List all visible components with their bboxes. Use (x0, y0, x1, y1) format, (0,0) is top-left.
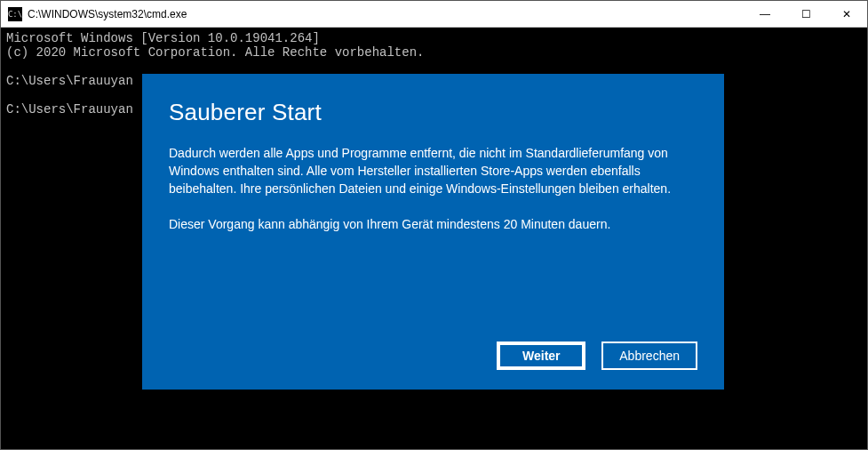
maximize-icon: ☐ (801, 8, 811, 20)
minimize-icon: — (760, 8, 770, 20)
dialog-title: Sauberer Start (169, 99, 697, 126)
dialog-body: Dadurch werden alle Apps und Programme e… (169, 144, 697, 233)
fresh-start-dialog: Sauberer Start Dadurch werden alle Apps … (142, 74, 724, 390)
dialog-paragraph-2: Dieser Vorgang kann abhängig von Ihrem G… (169, 215, 697, 233)
cmd-window: C:\ C:\WINDOWS\system32\cmd.exe — ☐ ✕ Mi… (0, 0, 868, 450)
close-icon: ✕ (842, 8, 851, 20)
cmd-icon: C:\ (8, 7, 22, 21)
minimize-button[interactable]: — (745, 1, 785, 28)
cancel-button[interactable]: Abbrechen (601, 342, 697, 370)
window-title: C:\WINDOWS\system32\cmd.exe (28, 8, 187, 20)
maximize-button[interactable]: ☐ (785, 1, 826, 28)
close-button[interactable]: ✕ (826, 1, 867, 28)
dialog-footer: Weiter Abbrechen (169, 333, 697, 370)
dialog-paragraph-1: Dadurch werden alle Apps und Programme e… (169, 144, 697, 197)
titlebar: C:\ C:\WINDOWS\system32\cmd.exe — ☐ ✕ (1, 1, 867, 28)
continue-button[interactable]: Weiter (497, 342, 585, 370)
